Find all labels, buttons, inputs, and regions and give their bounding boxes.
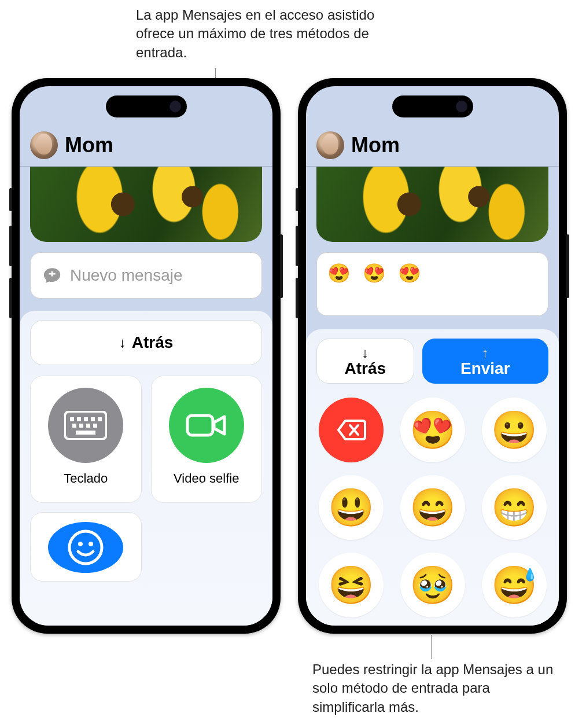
emoji-key[interactable]: 😍 bbox=[400, 398, 465, 462]
svg-rect-1 bbox=[70, 417, 74, 421]
keyboard-label: Teclado bbox=[64, 471, 108, 486]
avatar bbox=[316, 131, 344, 159]
compose-field[interactable]: 😍 😍 😍 bbox=[316, 252, 548, 316]
phone-right: Mom 😍 😍 😍 ↓ Atrás ↑ Enviar bbox=[298, 78, 567, 634]
svg-rect-11 bbox=[187, 416, 213, 435]
emoji-grid: 😍 😀 😃 😄 😁 😆 🥹 😅 bbox=[316, 398, 548, 617]
arrow-down-icon: ↓ bbox=[362, 345, 368, 360]
compose-placeholder: Nuevo mensaje bbox=[70, 266, 183, 285]
dynamic-island bbox=[106, 95, 187, 117]
new-message-icon bbox=[42, 266, 62, 285]
compose-field[interactable]: Nuevo mensaje bbox=[30, 252, 262, 299]
video-selfie-tile[interactable]: Video selfie bbox=[151, 376, 263, 503]
back-label: Atrás bbox=[344, 360, 386, 377]
video-label: Video selfie bbox=[174, 471, 239, 486]
svg-rect-0 bbox=[65, 411, 106, 439]
svg-rect-4 bbox=[91, 417, 95, 421]
contact-name: Mom bbox=[351, 133, 400, 157]
message-photo[interactable] bbox=[30, 167, 262, 242]
avatar bbox=[30, 131, 58, 159]
arrow-down-icon: ↓ bbox=[119, 334, 126, 351]
svg-point-14 bbox=[89, 542, 93, 546]
svg-rect-10 bbox=[76, 431, 95, 435]
svg-rect-2 bbox=[77, 417, 81, 421]
keyboard-icon bbox=[48, 388, 123, 463]
contact-name: Mom bbox=[65, 133, 113, 157]
dynamic-island bbox=[392, 95, 473, 117]
emoji-key[interactable]: 😃 bbox=[319, 475, 384, 540]
message-photo[interactable] bbox=[316, 167, 548, 242]
arrow-up-icon: ↑ bbox=[482, 345, 489, 360]
video-icon bbox=[169, 388, 244, 463]
back-button[interactable]: ↓ Atrás bbox=[30, 320, 262, 365]
phone-left: Mom Nuevo mensaje ↓ Atrás bbox=[12, 78, 281, 634]
emoji-icon bbox=[48, 522, 123, 573]
screen-left: Mom Nuevo mensaje ↓ Atrás bbox=[20, 86, 272, 626]
keyboard-tile[interactable]: Teclado bbox=[30, 376, 142, 503]
svg-rect-6 bbox=[72, 424, 76, 428]
emoji-panel: ↓ Atrás ↑ Enviar 😍 😀 😃 😄 bbox=[306, 329, 559, 626]
emoji-key[interactable]: 😀 bbox=[482, 398, 547, 462]
svg-point-12 bbox=[69, 531, 102, 564]
emoji-key[interactable]: 😆 bbox=[319, 553, 384, 617]
svg-rect-9 bbox=[93, 424, 97, 428]
emoji-key[interactable]: 😅 bbox=[482, 553, 547, 617]
svg-rect-8 bbox=[86, 424, 90, 428]
delete-key[interactable] bbox=[319, 398, 384, 462]
svg-rect-5 bbox=[98, 417, 102, 421]
send-label: Enviar bbox=[460, 360, 510, 377]
svg-rect-7 bbox=[79, 424, 83, 428]
emoji-tile[interactable] bbox=[30, 512, 142, 582]
svg-point-13 bbox=[78, 542, 83, 546]
send-button[interactable]: ↑ Enviar bbox=[422, 339, 548, 384]
svg-rect-3 bbox=[84, 417, 88, 421]
screen-right: Mom 😍 😍 😍 ↓ Atrás ↑ Enviar bbox=[306, 86, 559, 626]
emoji-key[interactable]: 🥹 bbox=[400, 553, 465, 617]
callout-bottom: Puedes restringir la app Mensajes a un s… bbox=[312, 660, 555, 716]
compose-value: 😍 😍 😍 bbox=[327, 262, 425, 284]
callout-line bbox=[431, 635, 432, 659]
input-panel: ↓ Atrás Teclado Video selfie bbox=[20, 311, 272, 626]
emoji-key[interactable]: 😄 bbox=[400, 475, 465, 540]
callout-top: La app Mensajes en el acceso asistido of… bbox=[136, 6, 379, 62]
emoji-key[interactable]: 😁 bbox=[482, 475, 547, 540]
back-label: Atrás bbox=[132, 333, 174, 352]
back-button[interactable]: ↓ Atrás bbox=[316, 339, 414, 384]
